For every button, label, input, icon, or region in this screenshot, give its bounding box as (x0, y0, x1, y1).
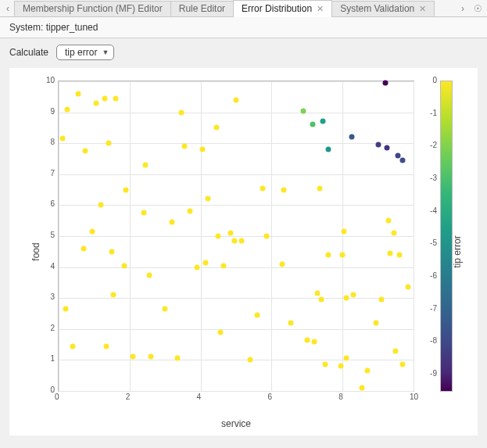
tab-label: Error Distribution (242, 1, 312, 16)
data-point (379, 297, 385, 303)
colorbar-tick: 0 (432, 76, 437, 84)
data-point (342, 229, 347, 235)
x-tick: 8 (338, 392, 343, 401)
data-point (228, 231, 234, 236)
data-point (217, 329, 223, 335)
data-point (170, 220, 175, 225)
calculate-label: Calculate (9, 47, 48, 58)
data-point (400, 362, 406, 367)
data-point (216, 234, 221, 239)
system-header: System: tipper_tuned (0, 17, 487, 38)
data-point (205, 196, 210, 202)
data-point (406, 285, 411, 290)
colorbar-tick: -6 (430, 271, 437, 280)
data-point (83, 149, 88, 154)
tab-system-validation[interactable]: System Validation ✕ (331, 1, 435, 16)
data-point (288, 320, 294, 325)
y-tick: 2 (44, 324, 55, 332)
data-point (63, 306, 69, 312)
data-point (343, 296, 349, 301)
data-point (388, 250, 393, 256)
colorbar (440, 81, 453, 392)
colorbar-tick: -7 (430, 304, 437, 313)
tab-rule-editor[interactable]: Rule Editor (170, 1, 234, 16)
tab-scroll-left-icon[interactable]: ‹ (2, 3, 14, 14)
data-point (146, 272, 152, 278)
data-point (238, 238, 244, 243)
colorbar-tick: -4 (430, 206, 437, 215)
data-point (106, 141, 111, 146)
colorbar-label: tip error (451, 235, 462, 267)
data-point (187, 209, 192, 214)
x-tick: 10 (410, 392, 418, 401)
data-point (382, 80, 388, 85)
y-tick: 9 (44, 107, 55, 116)
data-point (143, 162, 149, 167)
system-prefix: System: (9, 22, 43, 33)
y-tick: 4 (44, 262, 55, 271)
data-point (400, 157, 406, 163)
data-point (260, 185, 266, 191)
colorbar-tick: -8 (430, 336, 437, 345)
y-tick: 5 (44, 231, 55, 239)
data-point (90, 229, 95, 235)
data-point (111, 292, 116, 298)
tab-scroll-right-icon[interactable]: › (457, 3, 469, 14)
data-point (392, 231, 397, 236)
x-tick: 0 (55, 392, 59, 401)
data-point (131, 354, 136, 360)
close-icon[interactable]: ✕ (317, 1, 324, 16)
tab-mf-editor[interactable]: Membership Function (MF) Editor (14, 1, 171, 16)
data-point (311, 339, 317, 344)
data-point (102, 95, 108, 101)
tab-menu-icon[interactable]: ☉ (474, 3, 482, 14)
data-point (386, 218, 392, 224)
colorbar-tick: -5 (430, 238, 437, 247)
data-point (322, 362, 328, 367)
data-point (195, 264, 200, 270)
close-icon[interactable]: ✕ (419, 1, 426, 16)
data-point (214, 125, 220, 131)
x-tick: 4 (197, 392, 202, 401)
data-point (396, 252, 402, 257)
colorbar-tick: -9 (430, 369, 437, 378)
data-point (178, 109, 184, 115)
y-tick: 0 (44, 385, 55, 394)
y-tick: 8 (44, 138, 55, 146)
data-point (124, 187, 129, 192)
data-point (248, 357, 253, 363)
data-point (318, 297, 324, 303)
data-point (280, 261, 285, 267)
data-point (59, 136, 65, 142)
data-point (304, 337, 310, 342)
data-point (263, 234, 269, 239)
tab-label: Membership Function (MF) Editor (23, 1, 163, 16)
x-tick: 2 (126, 392, 131, 401)
data-point (98, 202, 104, 208)
controls-row: Calculate tip error ▼ (0, 38, 487, 68)
scatter-plot[interactable] (58, 81, 414, 392)
calculate-select[interactable]: tip error ▼ (56, 45, 114, 60)
y-tick: 6 (44, 199, 55, 208)
data-point (65, 106, 70, 112)
y-tick: 7 (44, 169, 55, 177)
tab-label: Rule Editor (179, 1, 225, 16)
data-point (301, 108, 306, 113)
data-point (338, 364, 343, 369)
y-tick: 1 (44, 354, 55, 363)
chart-panel: food service tip error 02468100123456789… (9, 68, 478, 435)
data-point (113, 95, 118, 101)
data-point (360, 385, 365, 391)
tab-error-distribution[interactable]: Error Distribution ✕ (233, 0, 332, 17)
data-point (234, 97, 239, 102)
y-axis-label: food (30, 242, 41, 260)
data-point (393, 348, 399, 353)
system-name: tipper_tuned (46, 22, 98, 33)
data-point (231, 238, 237, 243)
data-point (326, 252, 331, 257)
data-point (384, 145, 389, 151)
data-point (255, 312, 260, 317)
data-point (149, 354, 154, 360)
data-point (375, 142, 381, 148)
data-point (70, 343, 76, 349)
